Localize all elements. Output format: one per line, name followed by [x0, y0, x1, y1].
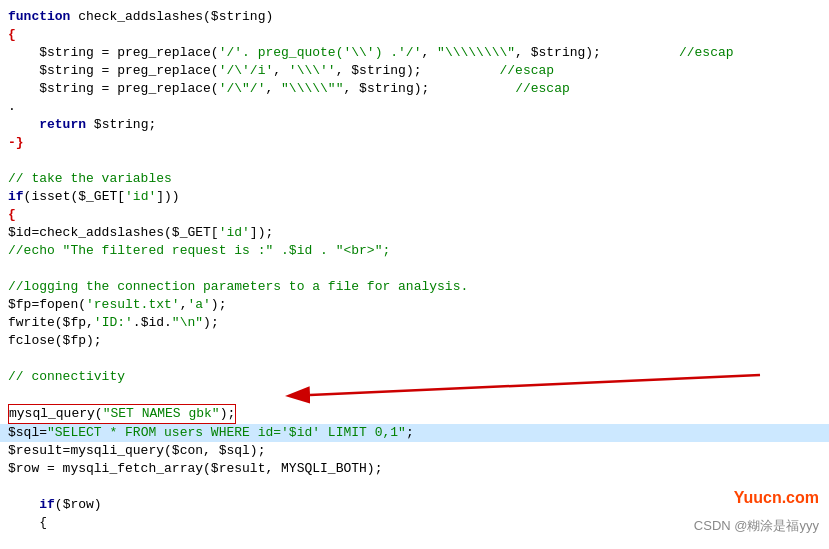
code-line-20	[0, 350, 829, 368]
code-line-19: fclose($fp);	[0, 332, 829, 350]
code-line-26: $row = mysqli_fetch_array($result, MYSQL…	[0, 460, 829, 478]
code-line-2: {	[0, 26, 829, 44]
code-line-3: $string = preg_replace('/'. preg_quote('…	[0, 44, 829, 62]
code-line-7: return $string;	[0, 116, 829, 134]
code-line-6: .	[0, 98, 829, 116]
code-line-23: mysql_query("SET NAMES gbk");	[0, 404, 829, 424]
watermark-csdn: CSDN @糊涂是福yyy	[694, 517, 819, 535]
code-line-12: {	[0, 206, 829, 224]
code-line-9	[0, 152, 829, 170]
code-editor: function check_addslashes($string) { $st…	[0, 0, 829, 549]
code-line-21: // connectivity	[0, 368, 829, 386]
code-line-27	[0, 478, 829, 496]
code-line-28: if($row)	[0, 496, 829, 514]
code-line-1: function check_addslashes($string)	[0, 8, 829, 26]
mysql-query-highlight: mysql_query("SET NAMES gbk");	[8, 404, 236, 424]
code-line-25: $result=mysqli_query($con, $sql);	[0, 442, 829, 460]
code-line-8: -}	[0, 134, 829, 152]
code-line-13: $id=check_addslashes($_GET['id']);	[0, 224, 829, 242]
code-line-10: // take the variables	[0, 170, 829, 188]
code-line-18: fwrite($fp,'ID:'.$id."\n");	[0, 314, 829, 332]
code-line-4: $string = preg_replace('/\'/i', '\\\'', …	[0, 62, 829, 80]
code-line-16: //logging the connection parameters to a…	[0, 278, 829, 296]
code-line-22	[0, 386, 829, 404]
code-line-17: $fp=fopen('result.txt','a');	[0, 296, 829, 314]
code-line-5: $string = preg_replace('/\"/', "\\\\\"",…	[0, 80, 829, 98]
code-line-14: //echo "The filtered request is :" .$id …	[0, 242, 829, 260]
code-line-24: $sql="SELECT * FROM users WHERE id='$id'…	[0, 424, 829, 442]
code-line-15	[0, 260, 829, 278]
keyword-function: function	[8, 8, 70, 26]
code-line-11: if(isset($_GET['id']))	[0, 188, 829, 206]
watermark-yuucn: Yuucn.com	[734, 489, 819, 507]
